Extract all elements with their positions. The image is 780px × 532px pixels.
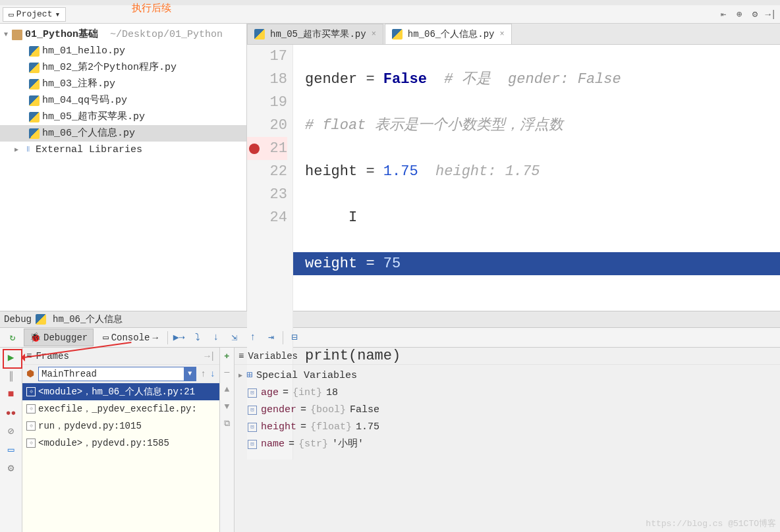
editor-tab[interactable]: hm_05_超市买苹果.py× (247, 24, 383, 44)
view-breakpoints-icon[interactable]: ●● (4, 406, 18, 420)
debugger-tab[interactable]: 🐞 Debugger (24, 329, 94, 346)
remove-watch-icon[interactable]: — (222, 367, 233, 378)
frames-header: ≡ Frames 执行后续 →| (22, 348, 219, 365)
stop-button[interactable]: ■ (4, 387, 18, 402)
editor-tabs: hm_05_超市买苹果.py× hm_06_个人信息.py× (247, 24, 780, 45)
project-tree[interactable]: ▼01_Python基础 ~/Desktop/01_Python hm_01_h… (0, 24, 246, 161)
console-tab[interactable]: ▭ Console → (98, 329, 163, 346)
pin-icon[interactable]: ⚙ (4, 461, 18, 475)
settings-icon[interactable]: ▭ (4, 442, 18, 457)
watermark: https://blog.cs @51CTO博客 (646, 518, 776, 529)
project-toolbar: ▭ Project ▾ ⇤ ⊕ ⚙ →| (0, 5, 780, 24)
tree-file[interactable]: hm_01_hello.py (0, 43, 246, 59)
collapse-icon[interactable]: ⇤ (717, 8, 730, 21)
stack-frame[interactable]: ⟐execfile，_pydev_execfile.py: (22, 400, 219, 417)
debug-controls: ▶ ∥ ■ ●● ⊘ ▭ ⚙ (0, 348, 22, 532)
down-icon[interactable]: ▼ (222, 402, 233, 412)
pause-button[interactable]: ∥ (4, 369, 18, 383)
stack-frame[interactable]: ⟐<module>，pydevd.py:1585 (22, 435, 219, 452)
step-into-icon[interactable]: ↓ (209, 331, 223, 345)
close-icon[interactable]: × (499, 30, 504, 39)
add-watch-icon[interactable]: ✚ (222, 350, 233, 361)
prev-frame-icon[interactable]: ↑ (200, 369, 206, 379)
rerun-icon[interactable]: ↻ (5, 331, 20, 345)
editor-tab-active[interactable]: hm_06_个人信息.py× (385, 24, 512, 44)
force-step-into-icon[interactable]: ⇲ (227, 331, 242, 345)
close-icon[interactable]: × (372, 30, 376, 39)
target-icon[interactable]: ⊕ (733, 8, 746, 21)
tree-file[interactable]: hm_03_注释.py (0, 76, 246, 92)
step-over-icon[interactable]: ⤵ (190, 331, 205, 345)
stack-frame[interactable]: ⟐run，pydevd.py:1015 (22, 417, 219, 435)
tree-file[interactable]: hm_02_第2个Python程序.py (0, 59, 246, 76)
next-frame-icon[interactable]: ↓ (210, 369, 215, 379)
up-icon[interactable]: ▲ (222, 385, 233, 395)
project-dropdown[interactable]: ▭ Project ▾ (3, 7, 66, 22)
variables-toolbar: ✚ — ▲ ▼ ⧉ (220, 348, 235, 532)
annotation-arrowhead (17, 354, 25, 361)
exec-hint-label: 执行后续 (132, 2, 171, 14)
mute-breakpoints-icon[interactable]: ⊘ (4, 424, 18, 439)
copy-icon[interactable]: ⧉ (222, 419, 233, 429)
thread-selector[interactable]: MainThread▼ (38, 367, 196, 381)
step-out-icon[interactable]: ↑ (246, 331, 260, 345)
stack-frame[interactable]: ⟐<module>，hm_06_个人信息.py:21 (22, 383, 219, 400)
run-to-cursor-icon[interactable]: ⇥ (264, 331, 279, 345)
editor-panel: hm_05_超市买苹果.py× hm_06_个人信息.py× 17181920 … (247, 24, 780, 311)
thread-selector-bar: ⬢ MainThread▼ ↑ ↓ (22, 365, 219, 383)
breakpoint-icon[interactable] (249, 144, 260, 154)
show-execution-icon[interactable]: ▶⇢ (172, 331, 186, 345)
tree-file[interactable]: hm_05_超市买苹果.py (0, 109, 246, 125)
tree-file-selected[interactable]: hm_06_个人信息.py (0, 125, 246, 142)
frames-panel: ≡ Frames 执行后续 →| ⬢ MainThread▼ ↑ ↓ ⟐<mod… (22, 348, 220, 532)
settings-icon[interactable]: ⚙ (748, 8, 762, 21)
tree-root[interactable]: ▼01_Python基础 ~/Desktop/01_Python (0, 26, 246, 43)
hide-icon[interactable]: →| (764, 8, 777, 21)
code-area[interactable]: gender = False # 不是 gender: False # floa… (293, 45, 780, 460)
stack-frames[interactable]: ⟐<module>，hm_06_个人信息.py:21 ⟐execfile，_py… (22, 383, 219, 532)
project-sidebar[interactable]: ▼01_Python基础 ~/Desktop/01_Python hm_01_h… (0, 24, 247, 311)
tree-external-libs[interactable]: ▶⫴External Libraries (0, 142, 246, 158)
tree-file[interactable]: hm_04_qq号码.py (0, 92, 246, 109)
code-editor[interactable]: 17181920 21 222324 gender = False # 不是 g… (247, 45, 780, 460)
breadcrumb (0, 0, 780, 5)
